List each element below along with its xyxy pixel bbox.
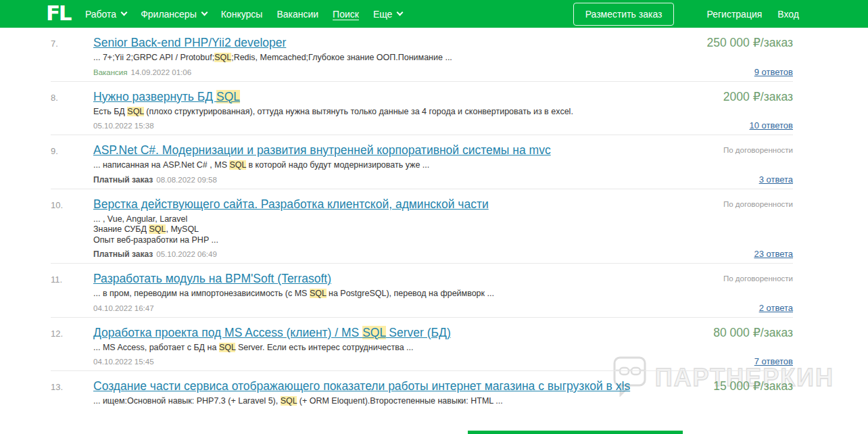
job-description: ... MS Access, работает с БД на SQL Serv… xyxy=(93,343,642,354)
order-date: 14.09.2022 01:06 xyxy=(131,68,192,76)
nav-item-label: Фрилансеры xyxy=(141,9,197,20)
order-price: 15 000 ₽/заказ xyxy=(713,379,793,393)
description-line: ... написанная на ASP.Net C# , MS SQL в … xyxy=(93,160,642,171)
text-segment: Верстка действующего сайта. Разработка к… xyxy=(93,197,489,211)
job-title-link[interactable]: Создание части сервиса отображающего пок… xyxy=(93,379,630,393)
job-meta: Вакансия14.09.2022 01:06 xyxy=(93,68,642,77)
answers-link[interactable]: 23 ответа xyxy=(754,249,793,259)
nav-item-label: Поиск xyxy=(333,9,359,20)
header-right-group: Разместить заказ Регистрация Вход xyxy=(573,3,799,26)
order-price: 2000 ₽/заказ xyxy=(723,90,793,103)
nav-item[interactable]: Фрилансеры xyxy=(141,9,207,20)
job-description: Есть БД SQL (плохо структурированная), о… xyxy=(93,107,642,118)
job-title-link[interactable]: Доработка проекта под MS Access (клиент)… xyxy=(93,326,451,339)
text-segment: Есть БД xyxy=(93,107,127,116)
job-description: ... , Vue, Angular, LaravelЗнание СУБД S… xyxy=(93,214,642,246)
job-title-link[interactable]: Нужно развернуть БД SQL xyxy=(93,90,240,103)
job-description: ... ищем:Основной навык: PHP7.3 (+ Larav… xyxy=(93,396,642,407)
nav-item[interactable]: Работа xyxy=(85,9,126,20)
text-segment: ... MS Access, работает с БД на xyxy=(93,343,219,352)
nav-item[interactable]: Еще xyxy=(373,9,403,20)
text-segment: ;Redis, Memcached;Глубокое знание ООП.По… xyxy=(231,53,452,62)
job-meta: 04.10.2022 15:45 xyxy=(93,358,642,366)
description-line: ... 7+;Yii 2;GRPC API / Protobuf;SQL;Red… xyxy=(93,53,642,64)
job-row: 11. Разработать модуль на BPM'Soft (Terr… xyxy=(51,264,793,318)
row-side: 2000 ₽/заказ 10 ответов xyxy=(654,90,793,131)
search-term-highlight: SQL xyxy=(219,343,236,352)
price-slot: 250 000 ₽/заказ xyxy=(707,36,793,49)
answers-link[interactable]: 2 ответа xyxy=(759,303,793,313)
text-segment: Доработка проекта под MS Access (клиент)… xyxy=(93,326,362,339)
post-order-button[interactable]: Разместить заказ xyxy=(573,3,675,26)
answers-link[interactable]: 3 ответа xyxy=(759,174,793,185)
job-meta: Платный заказ05.10.2022 06:49 xyxy=(93,250,642,259)
search-term-highlight: SQL xyxy=(127,107,144,116)
row-side: 80 000 ₽/заказ 7 ответов xyxy=(654,326,793,367)
job-title-link[interactable]: Верстка действующего сайта. Разработка к… xyxy=(93,197,489,211)
description-line: Опыт веб-разработки на PHP ... xyxy=(93,235,642,246)
nav-item[interactable]: Поиск xyxy=(333,9,359,20)
registration-link[interactable]: Регистрация xyxy=(706,9,762,20)
login-link[interactable]: Вход xyxy=(777,9,799,20)
search-term-highlight: SQL xyxy=(216,90,240,103)
row-side: 15 000 ₽/заказ xyxy=(654,379,793,407)
price-slot: 2000 ₽/заказ xyxy=(723,90,793,103)
job-description: ... написанная на ASP.Net C# , MS SQL в … xyxy=(93,160,642,171)
job-title-link[interactable]: Разработать модуль на BPM'Soft (Terrasof… xyxy=(93,272,331,285)
text-segment: Senior Back-end PHP/Yii2 developer xyxy=(93,36,286,49)
answers-link[interactable]: 7 ответов xyxy=(754,356,793,366)
job-meta: 04.10.2022 16:47 xyxy=(93,304,642,313)
chevron-down-icon xyxy=(121,9,128,16)
text-segment: ... в пром, переводим на импортонезависи… xyxy=(93,289,310,298)
search-term-highlight: SQL xyxy=(229,160,246,170)
row-number: 8. xyxy=(51,90,93,131)
row-side: По договоренности 23 ответа xyxy=(654,197,793,260)
chevron-down-icon xyxy=(397,9,404,16)
job-description: ... в пром, переводим на импортонезависи… xyxy=(93,289,642,299)
row-main: ASP.Net C#. Модернизации и развития внут… xyxy=(93,143,654,185)
row-side: 250 000 ₽/заказ 9 ответов xyxy=(654,36,793,77)
top-navigation-bar: FL Работа Фрилансеры Конкурсы Вакансии П… xyxy=(0,0,868,28)
order-type-label: Платный заказ xyxy=(93,175,153,185)
text-segment: Server. Если есть интерес сотрудничества… xyxy=(235,343,413,352)
main-nav: Работа Фрилансеры Конкурсы Вакансии Поис… xyxy=(85,9,402,20)
text-segment: Знание СУБД xyxy=(93,224,149,234)
nav-item-label: Вакансии xyxy=(276,9,318,20)
job-row: 7. Senior Back-end PHP/Yii2 developer ..… xyxy=(51,28,793,82)
order-price: 80 000 ₽/заказ xyxy=(713,326,793,339)
row-main: Верстка действующего сайта. Разработка к… xyxy=(93,197,654,260)
description-line: ... в пром, переводим на импортонезависи… xyxy=(93,289,642,299)
row-main: Нужно развернуть БД SQL Есть БД SQL (пло… xyxy=(93,90,654,131)
job-title-link[interactable]: ASP.Net C#. Модернизации и развития внут… xyxy=(93,143,551,157)
search-term-highlight: SQL xyxy=(362,326,385,339)
nav-item-label: Еще xyxy=(373,9,393,20)
nav-item[interactable]: Конкурсы xyxy=(221,9,263,20)
answers-link[interactable]: 10 ответов xyxy=(750,120,793,130)
search-term-highlight: SQL xyxy=(281,396,297,406)
row-number: 10. xyxy=(51,197,93,260)
fl-logo[interactable]: FL xyxy=(46,3,70,26)
row-number: 11. xyxy=(51,272,93,313)
row-side: По договоренности 2 ответа xyxy=(654,272,793,313)
job-title-link[interactable]: Senior Back-end PHP/Yii2 developer xyxy=(93,36,286,49)
description-line: Знание СУБД SQL, MySQL xyxy=(93,224,642,235)
row-main: Разработать модуль на BPM'Soft (Terrasof… xyxy=(93,272,654,313)
nav-item[interactable]: Вакансии xyxy=(276,9,318,20)
price-slot: По договоренности xyxy=(723,272,793,283)
job-meta: Платный заказ08.08.2022 09:58 xyxy=(93,176,642,185)
search-term-highlight: SQL xyxy=(149,224,166,234)
order-price-negotiable: По договоренности xyxy=(723,200,793,208)
text-segment: ... написанная на ASP.Net C# , MS xyxy=(93,160,229,170)
text-segment: (+ ORM Eloquent).Второстепенные навыки: … xyxy=(297,396,502,406)
order-type-label: Платный заказ xyxy=(93,249,153,259)
job-listing: 7. Senior Back-end PHP/Yii2 developer ..… xyxy=(0,28,868,411)
row-number: 12. xyxy=(51,326,93,367)
answers-link[interactable]: 9 ответов xyxy=(754,67,793,77)
text-segment: Server (БД) xyxy=(386,326,451,339)
job-row: 10. Верстка действующего сайта. Разработ… xyxy=(51,189,793,264)
text-segment: Разработать модуль на BPM'Soft (Terrasof… xyxy=(93,272,331,285)
order-price-negotiable: По договоренности xyxy=(723,274,793,283)
description-line: Есть БД SQL (плохо структурированная), о… xyxy=(93,107,642,118)
price-slot: 80 000 ₽/заказ xyxy=(713,326,793,339)
price-slot: По договоренности xyxy=(723,143,793,154)
